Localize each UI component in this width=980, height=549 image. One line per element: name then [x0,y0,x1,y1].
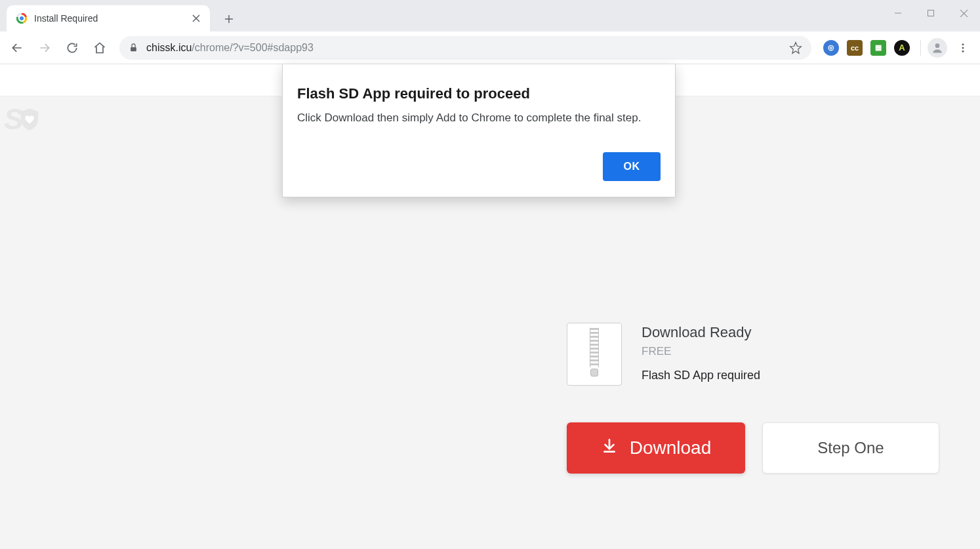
ext-green-icon[interactable]: ▦ [870,40,886,56]
browser-menu-button[interactable] [951,36,975,60]
dialog-actions: OK [297,152,661,181]
download-buttons: Download Step One [567,422,941,474]
tab-close-icon[interactable] [190,12,202,24]
titlebar: Install Required [0,0,980,31]
window-maximize-button[interactable] [914,0,947,26]
sd-logo: S [4,103,43,136]
window-minimize-button[interactable] [882,0,914,26]
toolbar: chissk.icu/chrome/?v=500#sdapp93 ◎cc▦A [0,31,980,64]
svg-point-5 [962,43,964,45]
page-viewport: S Download Ready FREE Flash SD App requi [0,64,980,549]
svg-rect-3 [131,47,136,51]
dialog-ok-label: OK [624,161,640,172]
js-alert-dialog: Flash SD App required to proceed Click D… [282,64,676,197]
new-tab-button[interactable] [219,9,239,29]
window-controls [882,0,980,26]
tab-title: Install Required [34,13,190,24]
window-close-button[interactable] [947,0,980,26]
extension-icons: ◎cc▦A [819,40,914,56]
toolbar-divider [920,40,921,56]
back-button[interactable] [5,36,29,60]
url-domain: chissk.icu [146,42,192,53]
ext-cc-icon[interactable]: cc [847,40,863,56]
download-free-label: FREE [642,345,760,358]
browser-tab[interactable]: Install Required [7,5,210,31]
reload-button[interactable] [60,36,84,60]
svg-point-4 [935,43,940,48]
ext-a-icon[interactable]: A [894,40,910,56]
dialog-message: Click Download then simply Add to Chrome… [297,112,661,125]
svg-rect-2 [928,10,934,16]
svg-point-1 [20,16,24,20]
zip-file-icon [567,323,622,386]
dialog-ok-button[interactable]: OK [603,152,661,181]
download-info: Download Ready FREE Flash SD App require… [567,323,941,386]
download-requirement: Flash SD App required [642,369,760,382]
forward-button[interactable] [33,36,56,60]
download-button-label: Download [630,437,712,458]
lock-icon [129,43,138,52]
download-title: Download Ready [642,324,760,341]
profile-avatar-button[interactable] [928,38,947,58]
url-path: /chrome/?v=500#sdapp93 [192,42,313,53]
download-arrow-icon [601,437,618,459]
ext-blue-swirl-icon[interactable]: ◎ [823,40,839,56]
svg-point-7 [962,50,964,52]
download-text: Download Ready FREE Flash SD App require… [642,323,760,382]
address-bar[interactable]: chissk.icu/chrome/?v=500#sdapp93 [119,36,811,60]
step-one-label: Step One [817,439,884,457]
download-button[interactable]: Download [567,422,745,474]
dialog-title: Flash SD App required to proceed [297,85,661,102]
download-panel: Download Ready FREE Flash SD App require… [567,323,941,474]
tab-favicon-icon [16,12,28,24]
url-text: chissk.icu/chrome/?v=500#sdapp93 [146,42,781,54]
home-button[interactable] [88,36,112,60]
shield-heart-icon [16,106,43,132]
bookmark-star-icon[interactable] [789,41,802,54]
svg-point-6 [962,47,964,49]
step-one-button[interactable]: Step One [762,422,939,474]
